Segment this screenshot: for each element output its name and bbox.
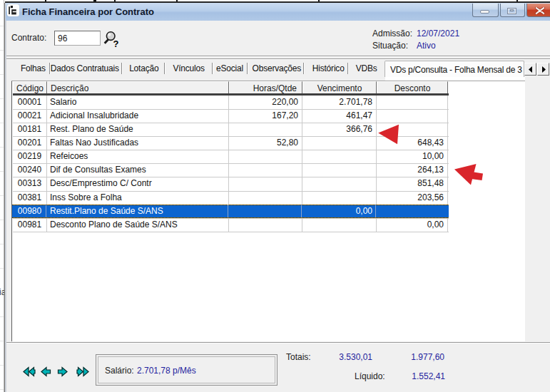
svg-text:?: ? — [113, 38, 119, 48]
